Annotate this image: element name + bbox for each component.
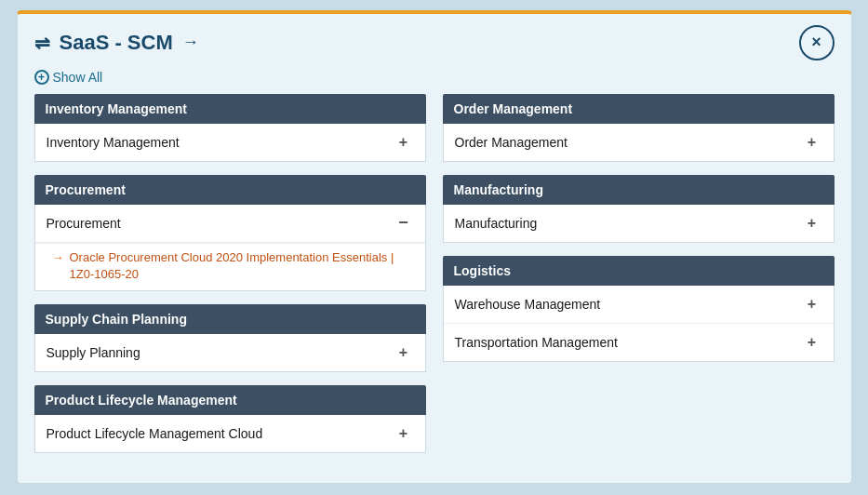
section-product-lifecycle: Product Lifecycle Management Product Lif… [34, 385, 426, 453]
section-header-logistics: Logistics [443, 256, 835, 286]
item-label: Manufacturing [455, 216, 802, 231]
item-label: Product Lifecycle Management Cloud [47, 426, 394, 441]
add-item-button[interactable]: + [802, 132, 822, 153]
arrow-right-icon: → [182, 33, 199, 52]
section-inventory-management: Inventory Management Inventory Managemen… [34, 94, 426, 162]
main-content: Inventory Management Inventory Managemen… [18, 94, 851, 483]
item-label: Warehouse Management [455, 297, 802, 312]
saas-scm-modal: ⇌ SaaS - SCM → × + Show All Inventory Ma… [16, 10, 853, 485]
section-manufacturing: Manufacturing Manufacturing + [443, 175, 835, 243]
list-item: Product Lifecycle Management Cloud + [35, 415, 425, 452]
list-item: Warehouse Management + [444, 286, 834, 324]
item-label: Inventory Management [47, 135, 394, 150]
section-header-supply-chain: Supply Chain Planning [34, 304, 426, 334]
plus-circle-icon: + [34, 70, 49, 85]
list-item: Manufacturing + [444, 205, 834, 242]
add-item-button[interactable]: + [802, 213, 822, 234]
section-body-order: Order Management + [443, 124, 835, 162]
sub-item-link[interactable]: Oracle Procurement Cloud 2020 Implementa… [70, 249, 414, 283]
sub-item: → Oracle Procurement Cloud 2020 Implemen… [35, 244, 425, 290]
remove-item-button[interactable]: − [394, 213, 414, 234]
add-item-button[interactable]: + [394, 342, 414, 363]
add-item-button[interactable]: + [394, 423, 414, 444]
item-label: Procurement [47, 216, 394, 231]
add-item-button[interactable]: + [802, 294, 822, 314]
show-all-link[interactable]: + Show All [34, 70, 835, 85]
section-supply-chain-planning: Supply Chain Planning Supply Planning + [34, 304, 426, 372]
section-body-logistics: Warehouse Management + Transportation Ma… [443, 286, 835, 362]
section-procurement: Procurement Procurement − → Oracle Procu… [34, 175, 426, 291]
right-column: Order Management Order Management + Manu… [443, 94, 835, 466]
section-body-plm: Product Lifecycle Management Cloud + [34, 415, 426, 453]
item-label: Transportation Management [455, 335, 802, 350]
section-header-order: Order Management [443, 94, 835, 124]
show-all-label: Show All [53, 70, 103, 85]
left-column: Inventory Management Inventory Managemen… [34, 94, 426, 466]
item-label: Supply Planning [47, 345, 394, 360]
section-body-supply-chain: Supply Planning + [34, 334, 426, 372]
section-header-plm: Product Lifecycle Management [34, 385, 426, 415]
section-body-manufacturing: Manufacturing + [443, 205, 835, 243]
section-header-inventory: Inventory Management [34, 94, 426, 124]
list-item: Procurement − [35, 205, 425, 243]
modal-header: ⇌ SaaS - SCM → × [18, 14, 851, 66]
list-item: Order Management + [444, 124, 834, 161]
add-item-button[interactable]: + [802, 332, 822, 353]
item-label: Order Management [455, 135, 802, 150]
list-item: Transportation Management + [444, 324, 834, 361]
section-header-procurement: Procurement [34, 175, 426, 205]
modal-title: ⇌ SaaS - SCM → [34, 31, 199, 55]
section-body-inventory: Inventory Management + [34, 124, 426, 162]
section-logistics: Logistics Warehouse Management + Transpo… [443, 256, 835, 362]
close-button[interactable]: × [799, 25, 835, 60]
section-body-procurement: Procurement − → Oracle Procurement Cloud… [34, 205, 426, 291]
section-order-management: Order Management Order Management + [443, 94, 835, 162]
sub-item-arrow-icon: → [52, 250, 64, 264]
list-item: Inventory Management + [35, 124, 425, 161]
add-item-button[interactable]: + [394, 132, 414, 153]
section-header-manufacturing: Manufacturing [443, 175, 835, 205]
transfer-icon: ⇌ [34, 32, 50, 54]
show-all-row: + Show All [18, 66, 851, 94]
list-item: Supply Planning + [35, 334, 425, 371]
title-text: SaaS - SCM [60, 31, 173, 55]
